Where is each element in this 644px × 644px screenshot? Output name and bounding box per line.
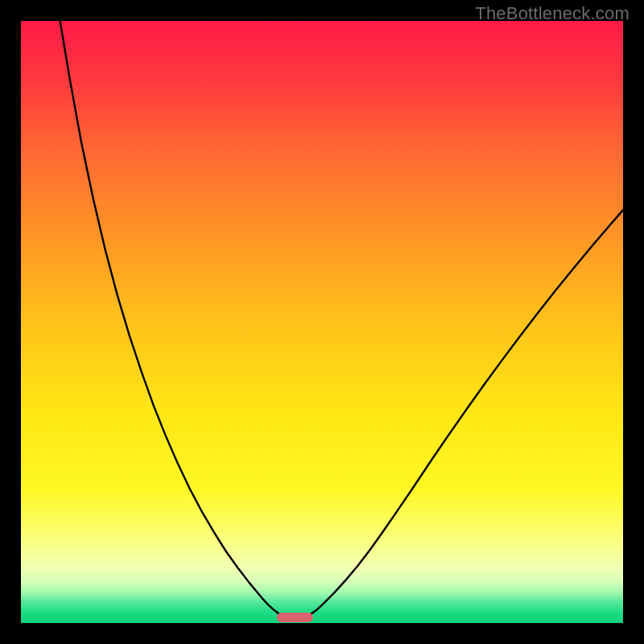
chart-frame [21, 21, 623, 623]
bottleneck-chart [21, 21, 623, 623]
bottleneck-marker [277, 613, 313, 622]
watermark-text: TheBottleneck.com [475, 3, 630, 24]
gradient-background [21, 21, 623, 623]
